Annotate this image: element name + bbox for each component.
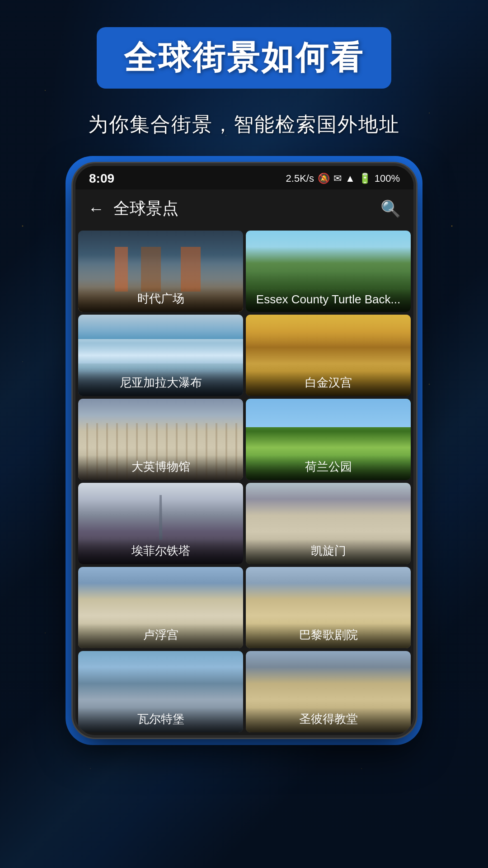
landmark-label-times-square: 时代广场 — [78, 287, 243, 312]
landmark-item-essex-zoo[interactable]: Essex County Turtle Back... — [246, 231, 411, 312]
back-button[interactable]: ← — [88, 199, 104, 218]
landmark-label-wartburg: 瓦尔特堡 — [78, 708, 243, 732]
landmark-item-british-museum[interactable]: 大英博物馆 — [78, 399, 243, 480]
landmark-item-times-square[interactable]: 时代广场 — [78, 231, 243, 312]
nav-title: 全球景点 — [113, 198, 178, 220]
subtitle: 为你集合街景，智能检索国外地址 — [88, 111, 400, 138]
landmark-label-louvre: 卢浮宫 — [78, 623, 243, 648]
landmark-item-louvre[interactable]: 卢浮宫 — [78, 567, 243, 648]
landmark-label-arc: 凯旋门 — [246, 539, 411, 564]
landmark-item-holland-park[interactable]: 荷兰公园 — [246, 399, 411, 480]
title-banner: 全球街景如何看 — [97, 27, 391, 89]
wifi-icon: ▲ — [345, 173, 355, 184]
status-icons: 2.5K/s 🔕 ✉ ▲ 🔋 100% — [286, 173, 400, 184]
landmark-item-buckingham[interactable]: 白金汉宫 — [246, 315, 411, 396]
landmark-label-eiffel: 埃菲尔铁塔 — [78, 539, 243, 564]
landmark-label-holland-park: 荷兰公园 — [246, 455, 411, 480]
network-speed: 2.5K/s — [286, 173, 314, 184]
landmark-label-buckingham: 白金汉宫 — [246, 371, 411, 396]
message-icon: ✉ — [333, 173, 342, 184]
landmark-label-niagara: 尼亚加拉大瀑布 — [78, 371, 243, 396]
content-wrapper: 全球街景如何看 为你集合街景，智能检索国外地址 8:09 2.5K/s 🔕 ✉ … — [0, 0, 488, 868]
status-bar: 8:09 2.5K/s 🔕 ✉ ▲ 🔋 100% — [75, 166, 413, 189]
battery-icon: 🔋 — [359, 173, 371, 184]
landmark-label-british-museum: 大英博物馆 — [78, 455, 243, 480]
nav-bar: ← 全球景点 🔍 — [75, 189, 413, 228]
bell-icon: 🔕 — [318, 173, 330, 184]
phone-frame: 8:09 2.5K/s 🔕 ✉ ▲ 🔋 100% ← 全球景点 🔍 — [73, 163, 416, 738]
landmark-label-paris-opera: 巴黎歌剧院 — [246, 623, 411, 648]
phone-outer: 8:09 2.5K/s 🔕 ✉ ▲ 🔋 100% ← 全球景点 🔍 — [66, 156, 422, 745]
landmarks-grid: 时代广场Essex County Turtle Back...尼亚加拉大瀑布白金… — [75, 228, 413, 735]
status-time: 8:09 — [89, 171, 114, 186]
battery-level: 100% — [375, 173, 400, 184]
landmark-item-arc[interactable]: 凯旋门 — [246, 483, 411, 564]
landmark-item-paris-opera[interactable]: 巴黎歌剧院 — [246, 567, 411, 648]
landmark-item-peter-church[interactable]: 圣彼得教堂 — [246, 651, 411, 732]
landmark-item-eiffel[interactable]: 埃菲尔铁塔 — [78, 483, 243, 564]
landmark-item-wartburg[interactable]: 瓦尔特堡 — [78, 651, 243, 732]
nav-left: ← 全球景点 — [88, 198, 178, 220]
landmark-label-essex-zoo: Essex County Turtle Back... — [246, 289, 411, 312]
search-icon[interactable]: 🔍 — [380, 199, 401, 218]
landmark-label-peter-church: 圣彼得教堂 — [246, 708, 411, 732]
landmark-item-niagara[interactable]: 尼亚加拉大瀑布 — [78, 315, 243, 396]
main-title: 全球街景如何看 — [124, 36, 364, 80]
